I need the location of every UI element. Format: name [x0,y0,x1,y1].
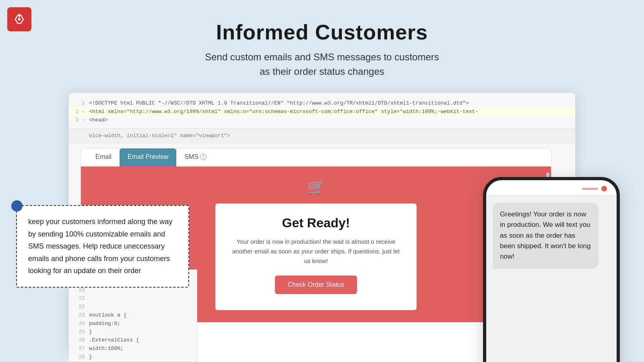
tab-email[interactable]: Email [87,148,120,167]
code-line: 24 padding:0; [69,320,197,328]
phone-dot-decoration [601,186,607,191]
code-line: 26.ExternalClass { [69,336,197,345]
email-white-box: Get Ready! Your order is now in producti… [215,204,417,310]
phone-body: Greetings! Your order is now in producti… [486,195,617,362]
code-line: 22 [69,303,197,311]
callout-dot [11,200,23,212]
tab-sms[interactable]: SMS ? [176,148,215,167]
callout-text: keep your customers informed along the w… [28,216,177,277]
phone-top-bar [486,180,617,195]
tabs-bar: Email Email Preview SMS ? [81,148,551,167]
header: Informed Customers Send custom emails an… [0,0,644,79]
code-line: 25} [69,328,197,337]
page-title: Informed Customers [0,20,644,44]
code-line: 27 width:100%; [69,345,197,353]
email-header-bg: 🛒 [81,167,551,204]
code-line-1: 1 <!DOCTYPE html PUBLIC "-//W3C//DTD XHT… [69,99,575,108]
sms-bubble: Greetings! Your order is now in producti… [493,203,599,269]
viewport-line: vice-width, initial-scale=1" name="viewp… [69,128,575,144]
content-area: 1 <!DOCTYPE html PUBLIC "-//W3C//DTD XHT… [0,88,644,362]
code-lines-top: 1 <!DOCTYPE html PUBLIC "-//W3C//DTD XHT… [69,93,575,128]
code-line: 21 [69,294,197,303]
tab-email-preview[interactable]: Email Preview [120,148,176,167]
sms-help-icon: ? [200,154,206,160]
code-line-3: 3 › <head> [69,116,575,125]
email-heading: Get Ready! [231,216,400,230]
page-subtitle: Send custom emails and SMS messages to c… [0,50,644,79]
logo [7,7,31,31]
svg-point-2 [18,18,21,21]
code-line: 28} [69,353,197,362]
callout-box: keep your customers informed along the w… [16,205,189,288]
cart-icon: 🛒 [307,179,325,195]
code-line: 23#outlook a { [69,311,197,320]
check-order-button[interactable]: Check Order Status [275,276,357,294]
email-body: Your order is now in production! the wai… [231,237,400,266]
phone-mockup: Greetings! Your order is now in producti… [483,177,620,362]
logo-icon [12,12,27,27]
phone-line-decoration [582,188,598,190]
code-line-2: 2 › <html xmlns="http://www.w3.org/1999/… [69,108,575,116]
